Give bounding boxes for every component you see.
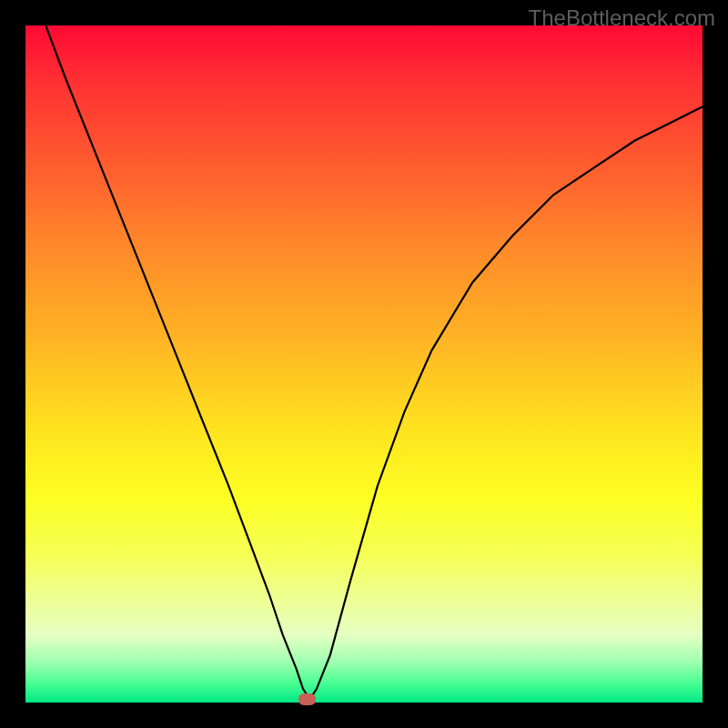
curve-path [46,25,703,699]
optimum-marker [298,693,316,705]
chart-frame [0,0,728,728]
watermark-text: TheBottleneck.com [529,5,715,31]
bottleneck-curve [25,25,703,703]
plot-area [25,25,703,703]
